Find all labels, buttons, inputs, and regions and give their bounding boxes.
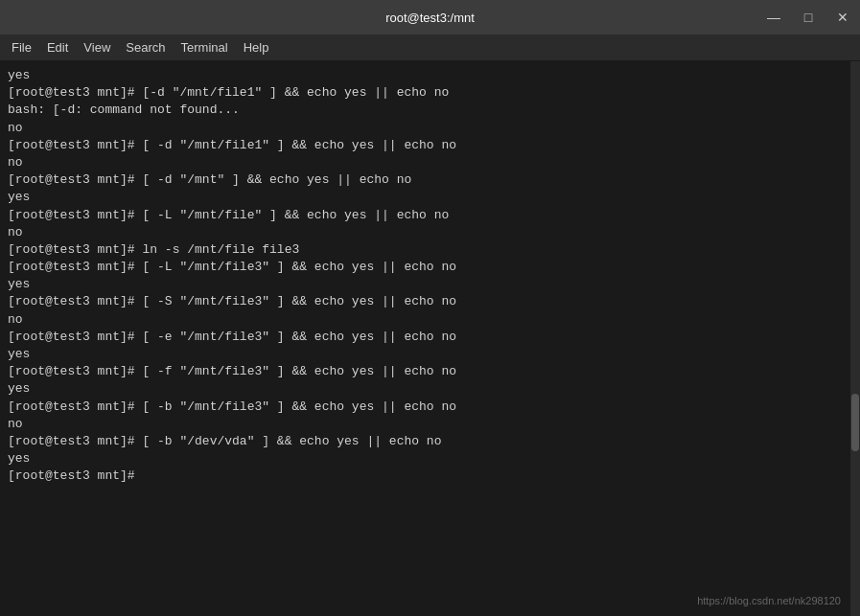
terminal-line: yes — [8, 346, 852, 363]
terminal-line: yes — [8, 276, 852, 293]
terminal-line: [root@test3 mnt]# [ -f "/mnt/file3" ] &&… — [8, 363, 852, 380]
terminal-line: [root@test3 mnt]# [ -b "/dev/vda" ] && e… — [8, 433, 852, 450]
window-controls: — □ ✕ — [756, 0, 860, 34]
close-button[interactable]: ✕ — [825, 0, 860, 34]
menu-terminal[interactable]: Terminal — [174, 38, 236, 57]
menu-file[interactable]: File — [4, 38, 39, 57]
terminal-line: [root@test3 mnt]# [ -d "/mnt/file1" ] &&… — [8, 137, 852, 154]
terminal-line: [root@test3 mnt]# [ -L "/mnt/file3" ] &&… — [8, 259, 852, 276]
menu-view[interactable]: View — [76, 38, 118, 57]
terminal-line: [root@test3 mnt]# [ -b "/mnt/file3" ] &&… — [8, 399, 852, 416]
terminal-line: no — [8, 224, 852, 241]
terminal-line: no — [8, 311, 852, 329]
terminal-line: yes — [8, 189, 852, 206]
terminal-line: [root@test3 mnt]# — [8, 468, 852, 485]
scrollbar-thumb[interactable] — [851, 394, 859, 451]
menu-search[interactable]: Search — [118, 38, 173, 57]
terminal-line: [root@test3 mnt]# [ -e "/mnt/file3" ] &&… — [8, 329, 852, 346]
terminal-output: yes[root@test3 mnt]# [-d "/mnt/file1" ] … — [8, 67, 852, 486]
terminal-line: no — [8, 154, 852, 171]
terminal-line: [root@test3 mnt]# [ -d "/mnt" ] && echo … — [8, 171, 852, 189]
terminal-line: [root@test3 mnt]# [ -L "/mnt/file" ] && … — [8, 207, 852, 224]
terminal-line: no — [8, 120, 852, 137]
terminal-line: yes — [8, 380, 852, 398]
menu-help[interactable]: Help — [236, 38, 277, 57]
terminal-line: yes — [8, 67, 852, 84]
terminal-line: [root@test3 mnt]# [-d "/mnt/file1" ] && … — [8, 84, 852, 102]
title-bar: root@test3:/mnt — □ ✕ — [0, 0, 860, 34]
window-title: root@test3:/mnt — [385, 11, 475, 25]
terminal-line: [root@test3 mnt]# [ -S "/mnt/file3" ] &&… — [8, 293, 852, 310]
terminal-line: no — [8, 416, 852, 433]
terminal-line: yes — [8, 450, 852, 468]
scrollbar[interactable] — [850, 61, 860, 616]
terminal-body[interactable]: yes[root@test3 mnt]# [-d "/mnt/file1" ] … — [0, 61, 860, 616]
menu-edit[interactable]: Edit — [39, 38, 76, 57]
status-url: https://blog.csdn.net/nk298120 — [697, 594, 841, 608]
minimize-button[interactable]: — — [756, 0, 791, 34]
terminal-window: root@test3:/mnt — □ ✕ File Edit View Sea… — [0, 0, 860, 616]
terminal-line: bash: [-d: command not found... — [8, 102, 852, 119]
maximize-button[interactable]: □ — [791, 0, 825, 34]
menu-bar: File Edit View Search Terminal Help — [0, 34, 860, 61]
terminal-line: [root@test3 mnt]# ln -s /mnt/file file3 — [8, 241, 852, 259]
